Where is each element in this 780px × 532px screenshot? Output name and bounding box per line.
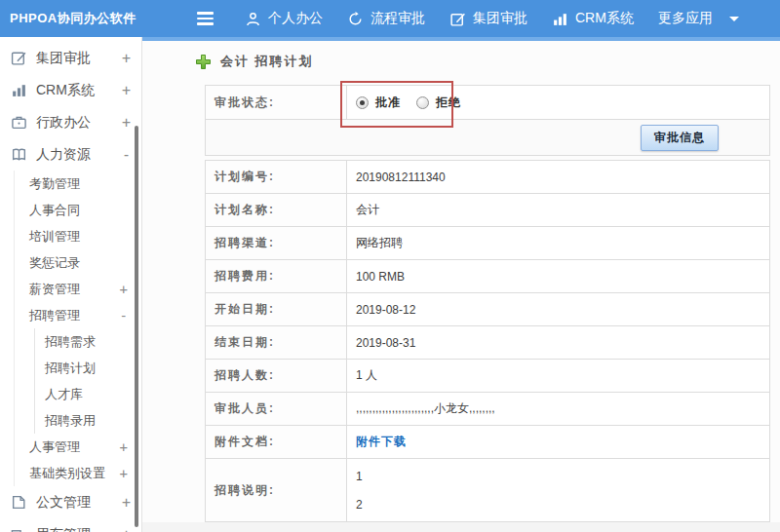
recruitment-submenu: 招聘需求 招聘计划 人才库 招聘录用: [34, 328, 141, 434]
collapse-minus-icon[interactable]: -: [120, 308, 128, 323]
sidebar-item-label: 集团审批: [36, 50, 91, 67]
row-label: 招聘渠道:: [206, 227, 347, 259]
radio-reject[interactable]: [416, 96, 429, 109]
row-value: ,,,,,,,,,,,,,,,,,,,,,,,,小龙女,,,,,,,,: [347, 393, 769, 425]
nav-group-approval[interactable]: 集团审批: [449, 10, 527, 27]
row-label: 附件文档:: [206, 426, 347, 458]
edit-icon: [449, 11, 466, 27]
approval-info-button[interactable]: 审批信息: [641, 125, 719, 151]
top-header: PHPOA协同办公软件 个人办公 流程审批 集团审批 CRM系统: [0, 0, 780, 37]
table-row-headcount: 招聘人数: 1 人: [206, 360, 769, 393]
accent-strip: [142, 37, 780, 41]
row-value: 会计: [347, 194, 769, 226]
file-icon: [11, 494, 27, 511]
expand-plus-icon[interactable]: +: [120, 439, 128, 455]
sidebar-item-label: 招聘管理: [29, 307, 80, 324]
sidebar-item-base-category[interactable]: 基础类别设置 +: [15, 460, 141, 486]
page-title: 会计 招聘计划: [220, 53, 314, 70]
nav-label: CRM系统: [575, 10, 634, 27]
app-logo: PHPOA协同办公软件: [0, 10, 141, 27]
expand-plus-icon[interactable]: +: [120, 466, 128, 481]
approval-status-value: 批准 拒绝: [347, 86, 769, 119]
row-label: 招聘说明:: [206, 459, 347, 521]
nav-workflow-approval[interactable]: 流程审批: [347, 10, 425, 27]
sidebar-item-label: 基础类别设置: [29, 465, 105, 482]
truck-icon: [11, 526, 27, 532]
description-line: 1: [356, 470, 363, 483]
expand-plus-icon[interactable]: +: [122, 494, 131, 512]
table-row-plan-number: 计划编号: 20190812111340: [206, 161, 769, 194]
sidebar-item-label: 用车管理: [36, 526, 91, 532]
sidebar-item-crm[interactable]: CRM系统 +: [0, 74, 141, 106]
approval-status-row: 审批状态: 批准 拒绝: [206, 86, 769, 120]
approval-status-table: 审批状态: 批准 拒绝 审批信息: [205, 85, 770, 156]
nav-label: 个人办公: [268, 10, 323, 27]
row-value: 1 2: [347, 459, 769, 521]
sidebar-item-hr[interactable]: 人力资源 -: [0, 138, 141, 171]
sidebar-item-label: 行政办公: [36, 114, 91, 132]
attachment-download-link[interactable]: 附件下载: [356, 434, 407, 450]
table-row-description: 招聘说明: 1 2: [206, 459, 769, 522]
nav-personal-office[interactable]: 个人办公: [245, 10, 323, 27]
row-value: 网络招聘: [347, 227, 769, 259]
expand-plus-icon[interactable]: +: [122, 50, 131, 67]
sidebar-item-label: 人力资源: [36, 146, 91, 164]
sidebar-item-talent-pool[interactable]: 人才库: [35, 381, 141, 407]
sidebar-item-recruit-demand[interactable]: 招聘需求: [35, 328, 141, 355]
plan-detail-table: 计划编号: 20190812111340 计划名称: 会计 招聘渠道: 网络招聘…: [205, 160, 770, 522]
row-value: 1 人: [347, 360, 769, 392]
menu-toggle-icon[interactable]: [197, 12, 214, 25]
expand-plus-icon[interactable]: +: [122, 526, 131, 532]
row-value: 2019-08-31: [347, 326, 769, 359]
hr-submenu: 考勤管理 人事合同 培训管理 奖惩记录 薪资管理 + 招聘管理 - 招聘需求: [14, 171, 141, 486]
nav-label: 更多应用: [658, 10, 713, 27]
table-row-end-date: 结束日期: 2019-08-31: [206, 326, 769, 360]
sidebar-item-group-approval[interactable]: 集团审批 +: [0, 42, 141, 74]
nav-crm[interactable]: CRM系统: [552, 10, 634, 27]
row-value: 2019-08-12: [347, 293, 769, 325]
row-value: 20190812111340: [347, 161, 769, 193]
sidebar-item-recruit-hire[interactable]: 招聘录用: [35, 407, 141, 434]
table-row-attachment: 附件文档: 附件下载: [206, 426, 769, 459]
sidebar-item-attendance[interactable]: 考勤管理: [15, 171, 141, 197]
sidebar-item-training[interactable]: 培训管理: [15, 223, 141, 249]
nav-more-apps[interactable]: 更多应用: [658, 10, 739, 27]
sidebar-item-document-mgmt[interactable]: 公文管理 +: [0, 486, 141, 518]
table-row-recruit-channel: 招聘渠道: 网络招聘: [206, 227, 769, 260]
table-row-start-date: 开始日期: 2019-08-12: [206, 293, 769, 326]
sidebar-item-recruit-plan[interactable]: 招聘计划: [35, 355, 141, 381]
caret-down-icon: [729, 17, 739, 21]
sidebar-item-admin-office[interactable]: 行政办公 +: [0, 106, 141, 138]
sidebar-item-label: 薪资管理: [29, 281, 80, 298]
table-row-plan-name: 计划名称: 会计: [206, 194, 769, 227]
sidebar-item-recruitment[interactable]: 招聘管理 -: [15, 302, 141, 328]
table-row-approvers: 审批人员: ,,,,,,,,,,,,,,,,,,,,,,,,小龙女,,,,,,,…: [206, 393, 769, 426]
sidebar-scrollbar[interactable]: [135, 126, 138, 527]
sidebar-item-hr-contract[interactable]: 人事合同: [15, 197, 141, 223]
radio-reject-label: 拒绝: [436, 95, 461, 111]
collapse-minus-icon[interactable]: -: [122, 146, 131, 164]
sidebar-item-label: 招聘计划: [45, 360, 96, 377]
sidebar: 集团审批 + CRM系统 + 行政办公 + 人力资源 - 考: [0, 37, 142, 532]
sidebar-item-label: 人事合同: [29, 202, 80, 219]
add-icon: [195, 54, 212, 70]
approval-status-label: 审批状态:: [206, 86, 347, 119]
sidebar-item-label: 人事管理: [29, 438, 80, 456]
radio-approve[interactable]: [356, 96, 369, 109]
expand-plus-icon[interactable]: +: [122, 82, 131, 99]
row-label: 审批人员:: [206, 393, 347, 425]
briefcase-icon: [11, 114, 27, 131]
sidebar-item-reward-punishment[interactable]: 奖惩记录: [15, 249, 141, 276]
expand-plus-icon[interactable]: +: [122, 114, 131, 132]
row-label: 结束日期:: [206, 326, 347, 359]
edit-square-icon: [11, 50, 27, 66]
row-label: 开始日期:: [206, 293, 347, 325]
sidebar-item-label: 招聘需求: [45, 333, 96, 351]
sidebar-item-personnel[interactable]: 人事管理 +: [15, 434, 141, 460]
approval-button-row: 审批信息: [206, 120, 769, 156]
expand-plus-icon[interactable]: +: [120, 282, 128, 297]
sidebar-item-vehicle-mgmt[interactable]: 用车管理 +: [0, 518, 141, 532]
row-label: 计划名称:: [206, 194, 347, 226]
sidebar-item-salary[interactable]: 薪资管理 +: [15, 276, 141, 302]
row-value: 100 RMB: [347, 260, 769, 292]
